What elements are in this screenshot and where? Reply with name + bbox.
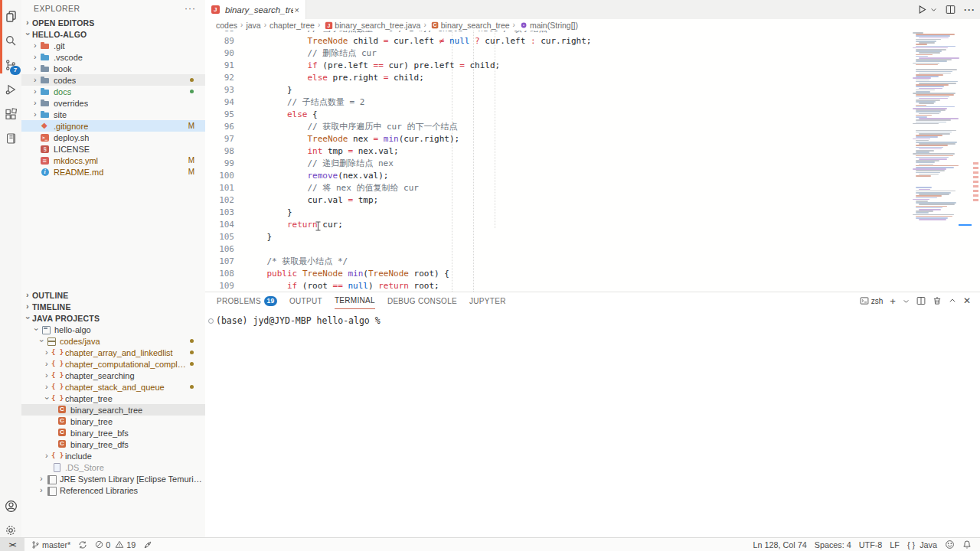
explorer-item-overrides[interactable]: overrides: [21, 97, 205, 109]
debug-launch-item[interactable]: [139, 538, 156, 551]
java-project-item-binary-search-tree[interactable]: binary_search_tree: [21, 404, 205, 416]
breadcrumb-item-main-string[interactable]: main(String[]): [518, 20, 578, 31]
cursor-position-item[interactable]: Ln 128, Col 74: [750, 538, 811, 551]
line-number[interactable]: 108: [205, 268, 234, 280]
line-number[interactable]: 105: [205, 231, 234, 243]
chevron-right-icon[interactable]: [32, 51, 40, 63]
shell-selector[interactable]: zsh: [860, 296, 884, 305]
chevron-right-icon[interactable]: [44, 370, 51, 381]
source-control-icon[interactable]: 7: [0, 54, 21, 77]
chevron-right-icon[interactable]: [38, 484, 46, 496]
explorer-item-vscode[interactable]: .vscode: [21, 51, 205, 63]
java-project-item-chapter-searching[interactable]: chapter_searching: [21, 370, 205, 381]
line-number[interactable]: 97: [205, 133, 234, 145]
chevron-right-icon[interactable]: [32, 74, 40, 86]
section-outline[interactable]: OUTLINE: [21, 289, 206, 301]
line-number[interactable]: 94: [205, 96, 234, 109]
tab-close-icon[interactable]: ×: [293, 5, 301, 15]
java-project-item-hello-algo[interactable]: hello-algo: [21, 324, 205, 335]
chevron-right-icon[interactable]: [44, 358, 51, 370]
line-number[interactable]: 107: [205, 256, 234, 268]
java-project-item-ds-store[interactable]: .DS_Store: [21, 461, 205, 473]
account-icon[interactable]: [0, 494, 21, 517]
java-project-item-chapter-stack-and-queue[interactable]: chapter_stack_and_queue: [21, 381, 205, 393]
chevron-down-icon[interactable]: [38, 335, 46, 347]
remote-indicator[interactable]: ><: [0, 538, 24, 551]
chevron-right-icon[interactable]: [32, 109, 40, 120]
command-decoration-icon[interactable]: [208, 318, 214, 324]
section-root-folder[interactable]: HELLO-ALGO: [21, 28, 206, 40]
tab-jupyter[interactable]: JUPYTER: [469, 292, 506, 309]
explorer-item-git[interactable]: .git: [21, 40, 205, 51]
git-branch-item[interactable]: master*: [28, 538, 74, 551]
line-number[interactable]: 99: [205, 158, 234, 170]
notebook-icon[interactable]: [0, 127, 21, 150]
feedback-smiley-item[interactable]: [941, 538, 959, 551]
tab-terminal[interactable]: TERMINAL: [335, 292, 375, 309]
java-project-item-chapter-tree[interactable]: chapter_tree: [21, 393, 205, 404]
section-java-projects[interactable]: JAVA PROJECTS: [21, 312, 206, 324]
split-terminal-icon[interactable]: [916, 296, 926, 305]
terminal-content[interactable]: (base) jyd@JYD-MBP hello-algo %: [205, 309, 980, 537]
explorer-item-readme-md[interactable]: README.mdM: [21, 166, 205, 178]
explorer-item-deploy-sh[interactable]: deploy.sh: [21, 132, 205, 143]
indentation-item[interactable]: Spaces: 4: [811, 538, 855, 551]
line-number[interactable]: 93: [205, 84, 234, 96]
line-number[interactable]: 101: [205, 182, 234, 194]
explorer-item-license[interactable]: LICENSE: [21, 143, 205, 155]
java-project-item-chapter-array-and-linkedlist[interactable]: chapter_array_and_linkedlist: [21, 347, 205, 358]
new-terminal-icon[interactable]: +: [890, 295, 896, 307]
explorer-item-codes[interactable]: codes: [21, 74, 205, 86]
line-number[interactable]: 96: [205, 121, 234, 133]
explorer-item-mkdocs-yml[interactable]: mkdocs.ymlM: [21, 155, 205, 166]
tab-debug-console[interactable]: DEBUG CONSOLE: [387, 292, 457, 309]
close-panel-icon[interactable]: ✕: [963, 295, 971, 306]
chevron-right-icon[interactable]: [32, 40, 40, 51]
search-icon[interactable]: [0, 29, 21, 52]
java-project-item-binary-tree-dfs[interactable]: binary_tree_dfs: [21, 439, 205, 450]
eol-item[interactable]: LF: [886, 538, 903, 551]
explorer-item-book[interactable]: book: [21, 63, 205, 74]
run-debug-icon[interactable]: [0, 78, 21, 101]
chevron-right-icon[interactable]: [32, 63, 40, 74]
chevron-right-icon[interactable]: [32, 86, 40, 97]
kill-terminal-trash-icon[interactable]: [933, 296, 942, 305]
java-project-item-include[interactable]: include: [21, 450, 205, 461]
line-number[interactable]: 92: [205, 72, 234, 84]
breadcrumb-item-java[interactable]: java: [246, 21, 260, 30]
breadcrumb-item-binary-search-tree[interactable]: binary_search_tree: [430, 20, 510, 31]
breadcrumb-item-chapter-tree[interactable]: chapter_tree: [270, 21, 315, 30]
code-editor[interactable]: 88 // 当子结点数量 = 0 / 1 时, child = null / 该…: [205, 31, 980, 292]
line-number[interactable]: 100: [205, 170, 234, 182]
run-java-button[interactable]: [917, 5, 927, 15]
chevron-right-icon[interactable]: [32, 97, 40, 109]
line-number[interactable]: 89: [205, 35, 234, 47]
tab-binary-search-tree[interactable]: binary_search_tree.java ×: [205, 0, 306, 19]
tab-output[interactable]: OUTPUT: [289, 292, 322, 309]
line-number[interactable]: 106: [205, 243, 234, 256]
extensions-icon[interactable]: [0, 103, 21, 126]
chevron-right-icon[interactable]: [44, 347, 51, 358]
explorer-item-site[interactable]: site: [21, 109, 205, 120]
line-number[interactable]: 104: [205, 219, 234, 231]
chevron-down-icon[interactable]: [33, 324, 41, 335]
maximize-panel-chevron-icon[interactable]: [949, 297, 956, 305]
line-number[interactable]: 95: [205, 109, 234, 121]
chevron-down-icon[interactable]: [44, 393, 51, 404]
line-number[interactable]: 109: [205, 280, 234, 292]
java-project-item-jre-system-library-eclipse-temurin-17-17[interactable]: JRE System Library [Eclipse Temurin 17 […: [21, 473, 205, 484]
line-number[interactable]: 98: [205, 145, 234, 158]
section-open-editors[interactable]: OPEN EDITORS: [21, 17, 206, 28]
explorer-item-gitignore[interactable]: .gitignoreM: [21, 120, 205, 132]
explorer-icon[interactable]: [0, 5, 21, 28]
language-mode-item[interactable]: Java: [916, 538, 941, 551]
encoding-item[interactable]: UTF-8: [855, 538, 887, 551]
run-dropdown-chevron-icon[interactable]: [930, 6, 937, 13]
breadcrumb-item-codes[interactable]: codes: [216, 21, 237, 30]
chevron-right-icon[interactable]: [44, 381, 51, 393]
chevron-right-icon[interactable]: [44, 450, 51, 461]
java-project-item-binary-tree[interactable]: binary_tree: [21, 416, 205, 427]
java-project-item-chapter-computational-complexity[interactable]: chapter_computational_complexity: [21, 358, 205, 370]
terminal-dropdown-chevron-icon[interactable]: [903, 298, 910, 305]
section-timeline[interactable]: TIMELINE: [21, 301, 206, 312]
